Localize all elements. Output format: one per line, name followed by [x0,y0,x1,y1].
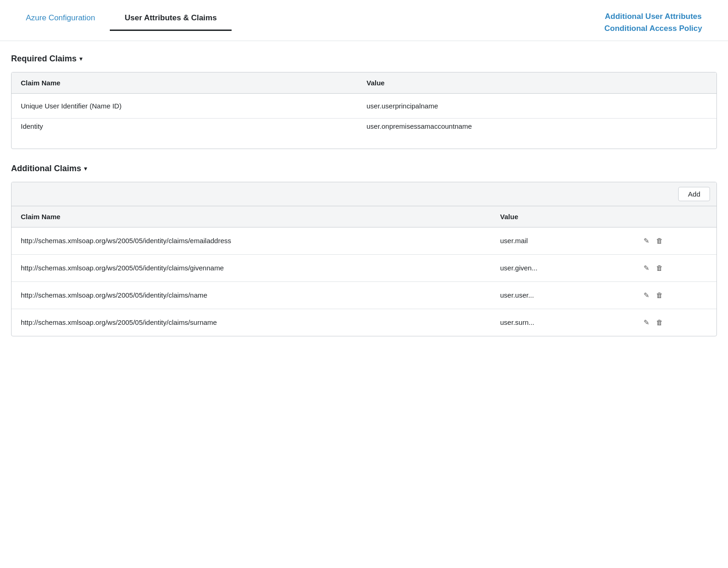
required-claims-table: Claim Name Value Unique User Identifier … [12,72,716,149]
edit-claim-button[interactable]: ✎ [641,290,652,300]
tab-user-attributes-claims[interactable]: User Attributes & Claims [110,8,232,31]
required-claims-chevron-icon[interactable]: ▾ [79,55,83,62]
tab-azure-configuration[interactable]: Azure Configuration [11,8,110,31]
delete-claim-button[interactable]: 🗑 [654,317,665,327]
claim-value-cell: user.onpremisessamaccountname [357,118,716,149]
additional-claims-col-actions [632,206,716,227]
add-toolbar: Add [12,182,716,206]
nav-header: Azure Configuration User Attributes & Cl… [0,0,728,41]
tab-additional-user-attributes[interactable]: Additional User Attributes [605,11,702,22]
table-row: http://schemas.xmlsoap.org/ws/2005/05/id… [12,227,716,254]
delete-claim-button[interactable]: 🗑 [654,263,665,273]
claim-actions-cell: ✎ 🗑 [632,281,716,309]
add-claim-button[interactable]: Add [678,187,710,201]
additional-claims-table-wrapper: Add Claim Name Value http://schemas.xmls… [11,182,717,336]
required-claims-title: Required Claims [11,54,77,64]
edit-claim-button[interactable]: ✎ [641,236,652,246]
claim-actions-cell: ✎ 🗑 [632,309,716,336]
claim-value-cell: user.given... [491,254,632,281]
tab-right-group: Additional User Attributes Conditional A… [590,8,717,41]
required-claims-table-wrapper: Claim Name Value Unique User Identifier … [11,72,717,149]
required-claims-section-header: Required Claims ▾ [11,54,717,64]
claim-name-cell: http://schemas.xmlsoap.org/ws/2005/05/id… [12,309,491,336]
claim-value-cell: user.surn... [491,309,632,336]
additional-claims-header-row: Claim Name Value [12,206,716,227]
additional-claims-col-claim-name: Claim Name [12,206,491,227]
claim-name-cell: Identity [12,118,357,149]
required-claims-header-row: Claim Name Value [12,72,716,94]
claim-name-cell: http://schemas.xmlsoap.org/ws/2005/05/id… [12,254,491,281]
main-content: Required Claims ▾ Claim Name Value Uniqu… [0,41,728,362]
additional-claims-title: Additional Claims [11,164,81,173]
table-row: http://schemas.xmlsoap.org/ws/2005/05/id… [12,281,716,309]
table-row: Unique User Identifier (Name ID) user.us… [12,93,716,118]
tab-conditional-access-policy[interactable]: Conditional Access Policy [604,23,702,34]
additional-claims-table: Claim Name Value http://schemas.xmlsoap.… [12,206,716,336]
edit-claim-button[interactable]: ✎ [641,317,652,328]
claim-actions-cell: ✎ 🗑 [632,227,716,254]
table-row: Identity user.onpremisessamaccountname [12,118,716,149]
claim-name-cell: http://schemas.xmlsoap.org/ws/2005/05/id… [12,281,491,309]
required-claims-col-value: Value [357,72,716,94]
additional-claims-col-value: Value [491,206,632,227]
claim-name-cell: http://schemas.xmlsoap.org/ws/2005/05/id… [12,227,491,254]
delete-claim-button[interactable]: 🗑 [654,290,665,300]
claim-value-cell: user.userprincipalname [357,93,716,118]
additional-claims-section-header: Additional Claims ▾ [11,164,717,173]
table-row: http://schemas.xmlsoap.org/ws/2005/05/id… [12,254,716,281]
delete-claim-button[interactable]: 🗑 [654,236,665,245]
claim-actions-cell: ✎ 🗑 [632,254,716,281]
claim-value-cell: user.user... [491,281,632,309]
claim-name-cell: Unique User Identifier (Name ID) [12,93,357,118]
edit-claim-button[interactable]: ✎ [641,263,652,273]
additional-claims-chevron-icon[interactable]: ▾ [84,165,87,172]
required-claims-col-claim-name: Claim Name [12,72,357,94]
table-row: http://schemas.xmlsoap.org/ws/2005/05/id… [12,309,716,336]
claim-value-cell: user.mail [491,227,632,254]
